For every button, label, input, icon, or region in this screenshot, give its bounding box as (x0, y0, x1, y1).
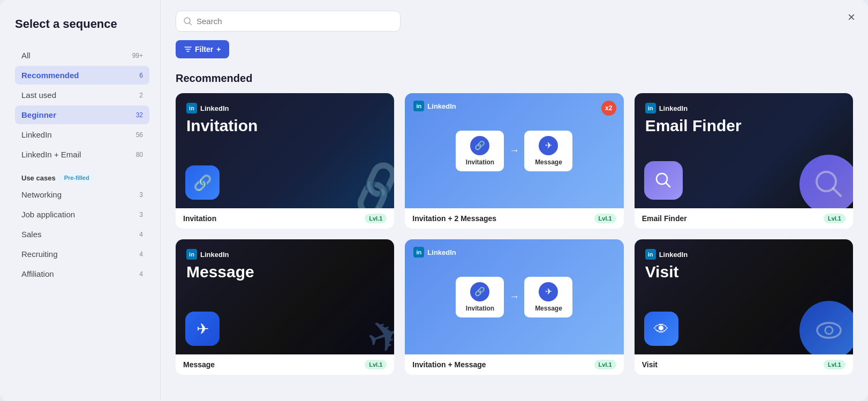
level-badge: Lvl.1 (365, 214, 387, 223)
card-image-email-finder: in LinkedIn Email Finder (635, 93, 853, 208)
sidebar-item-count: 99+ (132, 52, 143, 59)
svg-line-6 (666, 183, 670, 187)
card-footer: Email Finder Lvl.1 (635, 208, 853, 229)
mini-card-invitation: 🔗 Invitation (456, 131, 504, 171)
modal: Select a sequence All 99+ Recommended 6 … (0, 0, 868, 401)
linkedin-label: in LinkedIn (186, 249, 383, 260)
filter-label: Filter (195, 45, 213, 54)
sidebar-item-count: 4 (139, 251, 143, 258)
arrow-icon: → (509, 145, 519, 156)
level-badge: Lvl.1 (594, 360, 616, 369)
chain-decoration: 🔗 (343, 157, 394, 208)
linkedin-label: in LinkedIn (645, 249, 842, 260)
card-invitation-message[interactable]: in LinkedIn 🔗 Invitation → ✈ Message (405, 239, 623, 375)
card-image-visit: in LinkedIn Visit 👁 (635, 239, 853, 354)
two-step-cards: 🔗 Invitation → ✈ Message (456, 277, 572, 317)
card-invitation[interactable]: in LinkedIn Invitation 🔗 🔗 Invitation Lv… (176, 93, 394, 229)
svg-point-10 (825, 327, 833, 334)
card-label: Visit (642, 360, 658, 369)
linkedin-logo: in (645, 103, 656, 114)
filter-button[interactable]: Filter + (176, 40, 229, 58)
card-invitation-2-messages[interactable]: in LinkedIn x2 🔗 Invitation → ✈ Message (405, 93, 623, 229)
card-title: Message (186, 263, 383, 281)
sidebar-item-linkedin-email[interactable]: LinkedIn + Email 80 (15, 145, 149, 164)
mini-card-message: ✈ Message (524, 131, 572, 171)
sidebar-item-label: Recruiting (21, 249, 58, 259)
card-title: Visit (645, 263, 842, 281)
card-label: Email Finder (642, 214, 687, 223)
sidebar-item-affiliation[interactable]: Affiliation 4 (15, 264, 149, 283)
sidebar-item-label: Sales (21, 230, 42, 239)
sidebar-item-beginner[interactable]: Beginner 32 (15, 105, 149, 124)
search-box[interactable] (176, 11, 401, 32)
chain-decoration: ✈ (360, 306, 394, 354)
sidebar-item-linkedin[interactable]: LinkedIn 56 (15, 125, 149, 144)
mini-card-invitation: 🔗 Invitation (456, 277, 504, 317)
card-label: Invitation (183, 214, 216, 223)
mini-card-label: Invitation (466, 305, 494, 312)
invitation-mini-icon: 🔗 (470, 282, 489, 301)
sidebar-item-label: Affiliation (21, 269, 54, 278)
search-finder-icon (644, 161, 683, 200)
close-button[interactable]: × (848, 11, 855, 24)
card-visit[interactable]: in LinkedIn Visit 👁 Visit Lvl.1 (635, 239, 853, 375)
arrow-icon: → (509, 291, 519, 302)
sidebar-item-count: 4 (139, 270, 143, 278)
sidebar-item-networking[interactable]: Networking 3 (15, 185, 149, 204)
main-header (176, 11, 853, 32)
message-mini-icon: ✈ (539, 136, 558, 155)
card-label: Invitation + 2 Messages (412, 214, 496, 223)
sidebar: Select a sequence All 99+ Recommended 6 … (0, 0, 161, 401)
linkedin-logo: in (186, 249, 197, 260)
two-step-cards: 🔗 Invitation → ✈ Message (456, 131, 572, 171)
sidebar-item-label: Networking (21, 190, 62, 199)
mini-card-message: ✈ Message (524, 277, 572, 317)
mini-card-label: Message (535, 158, 562, 166)
sidebar-item-recommended[interactable]: Recommended 6 (15, 66, 149, 85)
sidebar-item-sales[interactable]: Sales 4 (15, 225, 149, 244)
card-footer: Invitation + 2 Messages Lvl.1 (405, 208, 623, 229)
filter-plus: + (216, 45, 221, 54)
sidebar-item-last-used[interactable]: Last used 2 (15, 86, 149, 104)
invitation-icon: 🔗 (185, 165, 220, 200)
sidebar-item-count: 3 (139, 191, 143, 199)
magnifier-icon (654, 171, 673, 190)
sidebar-item-all[interactable]: All 99+ (15, 46, 149, 65)
linkedin-logo: in (645, 249, 656, 260)
card-label: Invitation + Message (412, 360, 486, 369)
mini-card-label: Invitation (466, 158, 494, 166)
svg-point-9 (817, 323, 841, 338)
sidebar-item-label: Job application (21, 210, 75, 219)
card-image-invitation: in LinkedIn Invitation 🔗 🔗 (176, 93, 394, 208)
card-footer: Invitation Lvl.1 (176, 208, 394, 229)
linkedin-label: in LinkedIn (645, 103, 842, 114)
modal-title: Select a sequence (15, 17, 149, 31)
search-icon (184, 17, 192, 26)
card-label: Message (183, 360, 215, 369)
card-email-finder[interactable]: in LinkedIn Email Finder (635, 93, 853, 229)
filter-icon (184, 46, 192, 53)
sidebar-item-count: 2 (139, 92, 143, 99)
sidebar-item-label: Last used (21, 90, 56, 100)
sidebar-item-label: LinkedIn (21, 130, 52, 139)
sidebar-item-label: Beginner (21, 110, 56, 119)
search-input[interactable] (197, 17, 393, 26)
sidebar-item-count: 4 (139, 231, 143, 238)
cards-grid: in LinkedIn Invitation 🔗 🔗 Invitation Lv… (176, 93, 853, 375)
sidebar-item-label: All (21, 51, 31, 60)
sidebar-item-count: 80 (136, 151, 143, 158)
eye-deco (799, 301, 853, 354)
level-badge: Lvl.1 (824, 360, 846, 369)
sidebar-item-job-application[interactable]: Job application 3 (15, 205, 149, 224)
card-message[interactable]: in LinkedIn Message ✈ ✈ Message Lvl.1 (176, 239, 394, 375)
sidebar-item-count: 3 (139, 211, 143, 218)
level-badge: Lvl.1 (594, 214, 616, 223)
svg-line-1 (190, 22, 192, 25)
sidebar-item-count: 56 (136, 131, 143, 139)
card-title: Email Finder (645, 117, 842, 135)
sidebar-item-recruiting[interactable]: Recruiting 4 (15, 245, 149, 263)
search-deco (799, 155, 853, 208)
linkedin-label: in LinkedIn (413, 247, 456, 258)
filter-row: Filter + (176, 40, 853, 58)
sidebar-item-label: LinkedIn + Email (21, 150, 81, 159)
